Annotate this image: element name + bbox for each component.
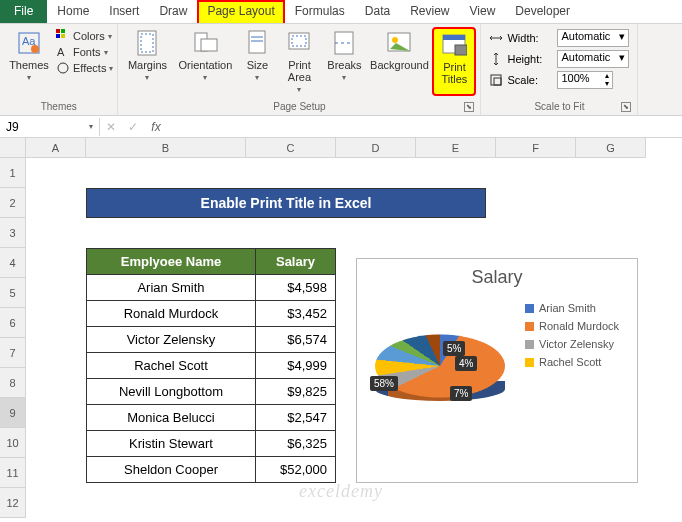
- row-header[interactable]: 10: [0, 428, 26, 458]
- col-header[interactable]: C: [246, 138, 336, 158]
- cell-salary[interactable]: $52,000: [256, 457, 336, 483]
- sheet-grid: A B C D E F G 1 2 3 4 5 6 7 8 9 10 11 12: [0, 138, 682, 158]
- margins-button[interactable]: Margins▾: [122, 27, 172, 96]
- cell-salary[interactable]: $6,574: [256, 327, 336, 353]
- row-header[interactable]: 9: [0, 398, 26, 428]
- background-icon: [385, 29, 413, 57]
- table-row: Monica Belucci$2,547: [87, 405, 336, 431]
- tab-file[interactable]: File: [0, 0, 47, 23]
- breaks-button[interactable]: Breaks▾: [322, 27, 366, 96]
- cell-salary[interactable]: $6,325: [256, 431, 336, 457]
- col-header[interactable]: E: [416, 138, 496, 158]
- table-row: Victor Zelensky$6,574: [87, 327, 336, 353]
- select-all-corner[interactable]: [0, 138, 26, 158]
- svg-rect-5: [56, 34, 60, 38]
- row-header[interactable]: 8: [0, 368, 26, 398]
- chevron-down-icon: ▾: [109, 64, 113, 73]
- chevron-down-icon: ▾: [203, 73, 207, 82]
- cancel-formula-button: ✕: [100, 120, 122, 134]
- cell-salary[interactable]: $3,452: [256, 301, 336, 327]
- fonts-button[interactable]: A Fonts▾: [56, 45, 113, 59]
- page-setup-launcher[interactable]: ⬊: [464, 102, 474, 112]
- height-select[interactable]: Automatic ▾: [557, 50, 629, 68]
- row-header[interactable]: 7: [0, 338, 26, 368]
- name-box[interactable]: J9▾: [0, 118, 100, 136]
- cell-name[interactable]: Arian Smith: [87, 275, 256, 301]
- fx-button[interactable]: fx: [144, 120, 168, 134]
- formula-input[interactable]: [168, 125, 682, 129]
- salary-chart[interactable]: Salary 58% 7% 5% 4% Arian Smith Ronald M…: [356, 258, 638, 483]
- row-header[interactable]: 6: [0, 308, 26, 338]
- header-salary[interactable]: Salary: [256, 249, 336, 275]
- chevron-down-icon: ▾: [108, 32, 112, 41]
- tab-insert[interactable]: Insert: [99, 0, 149, 23]
- row-header[interactable]: 2: [0, 188, 26, 218]
- chevron-down-icon: ▾: [104, 48, 108, 57]
- cell-salary[interactable]: $4,598: [256, 275, 336, 301]
- group-scale-to-fit: Width: Automatic ▾ Height: Automatic ▾ S…: [481, 24, 638, 115]
- col-header[interactable]: D: [336, 138, 416, 158]
- cell-salary[interactable]: $4,999: [256, 353, 336, 379]
- tab-formulas[interactable]: Formulas: [285, 0, 355, 23]
- effects-button[interactable]: Effects▾: [56, 61, 113, 75]
- fonts-label: Fonts: [73, 46, 101, 58]
- svg-rect-20: [443, 35, 465, 40]
- svg-rect-6: [61, 34, 65, 38]
- col-header[interactable]: A: [26, 138, 86, 158]
- cell-name[interactable]: Victor Zelensky: [87, 327, 256, 353]
- size-button[interactable]: Size▾: [238, 27, 276, 96]
- cell-name[interactable]: Nevill Longbottom: [87, 379, 256, 405]
- spinner-icon[interactable]: ▴▾: [605, 72, 609, 88]
- legend-swatch: [525, 322, 534, 331]
- scale-launcher[interactable]: ⬊: [621, 102, 631, 112]
- tab-home[interactable]: Home: [47, 0, 99, 23]
- col-header[interactable]: F: [496, 138, 576, 158]
- themes-button[interactable]: Aa Themes ▾: [4, 27, 54, 84]
- tab-draw[interactable]: Draw: [149, 0, 197, 23]
- header-name[interactable]: Emplyoee Name: [87, 249, 256, 275]
- chevron-down-icon: ▾: [255, 73, 259, 82]
- tab-view[interactable]: View: [460, 0, 506, 23]
- row-header[interactable]: 3: [0, 218, 26, 248]
- tab-data[interactable]: Data: [355, 0, 400, 23]
- scale-label: Scale:: [507, 74, 553, 86]
- tab-review[interactable]: Review: [400, 0, 459, 23]
- data-table: Emplyoee Name Salary Arian Smith$4,598 R…: [86, 248, 336, 483]
- column-headers: A B C D E F G: [26, 138, 682, 158]
- cell-name[interactable]: Ronald Murdock: [87, 301, 256, 327]
- cell-name[interactable]: Sheldon Cooper: [87, 457, 256, 483]
- svg-point-8: [58, 63, 68, 73]
- tab-page-layout[interactable]: Page Layout: [197, 0, 284, 23]
- sheet-title-cell[interactable]: Enable Print Title in Excel: [86, 188, 486, 218]
- orientation-button[interactable]: Orientation▾: [174, 27, 236, 96]
- row-header[interactable]: 11: [0, 458, 26, 488]
- colors-button[interactable]: Colors▾: [56, 29, 113, 43]
- row-header[interactable]: 5: [0, 278, 26, 308]
- watermark: exceldemy: [299, 481, 383, 502]
- table-row: Sheldon Cooper$52,000: [87, 457, 336, 483]
- chevron-down-icon: ▾: [297, 85, 301, 94]
- table-row: Kristin Stewart$6,325: [87, 431, 336, 457]
- cell-salary[interactable]: $2,547: [256, 405, 336, 431]
- print-area-icon: [285, 29, 313, 57]
- row-header[interactable]: 4: [0, 248, 26, 278]
- print-area-button[interactable]: Print Area▾: [278, 27, 320, 96]
- col-header[interactable]: G: [576, 138, 646, 158]
- print-titles-button[interactable]: Print Titles: [432, 27, 476, 96]
- cell-name[interactable]: Monica Belucci: [87, 405, 256, 431]
- cell-name[interactable]: Rachel Scott: [87, 353, 256, 379]
- background-button[interactable]: Background: [368, 27, 430, 96]
- row-header[interactable]: 1: [0, 158, 26, 188]
- print-titles-label: Print Titles: [442, 61, 468, 85]
- tab-developer[interactable]: Developer: [505, 0, 580, 23]
- row-header[interactable]: 12: [0, 488, 26, 518]
- size-label: Size: [247, 59, 268, 71]
- cell-salary[interactable]: $9,825: [256, 379, 336, 405]
- svg-text:A: A: [57, 46, 65, 58]
- orientation-label: Orientation: [179, 59, 233, 71]
- scale-input[interactable]: 100% ▴▾: [557, 71, 613, 89]
- col-header[interactable]: B: [86, 138, 246, 158]
- height-label: Height:: [507, 53, 553, 65]
- width-select[interactable]: Automatic ▾: [557, 29, 629, 47]
- cell-name[interactable]: Kristin Stewart: [87, 431, 256, 457]
